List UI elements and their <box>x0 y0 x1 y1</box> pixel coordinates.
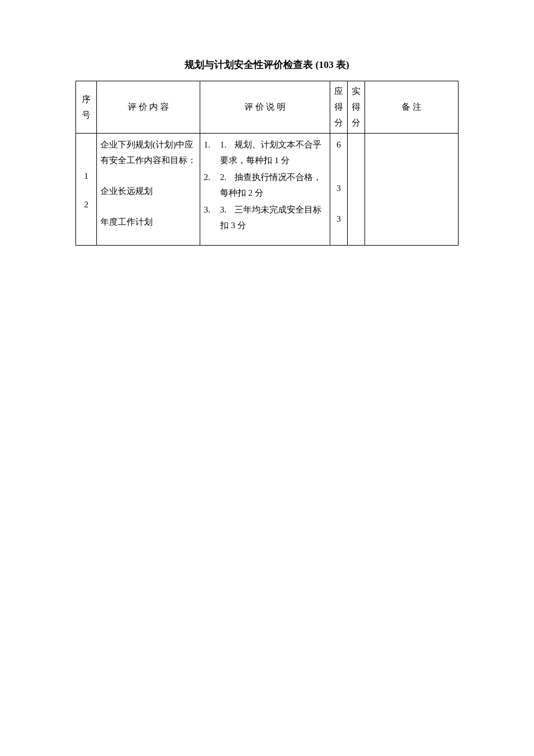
header-shi: 实得分 <box>348 81 365 134</box>
header-seq: 序号 <box>76 81 97 134</box>
cell-seq: 1 2 <box>76 134 97 246</box>
cell-content: 企业下列规划(计划)中应有安全工作内容和目标： 企业长远规划 年度工作计划 <box>97 134 200 246</box>
header-desc: 评 价 说 明 <box>200 81 330 134</box>
header-remark: 备 注 <box>365 81 459 134</box>
page-title: 规划与计划安全性评价检查表 (103 表) <box>75 58 459 71</box>
header-content: 评 价 内 容 <box>97 81 200 134</box>
cell-remark <box>365 134 459 246</box>
cell-yingde: 6 3 3 <box>330 134 348 246</box>
cell-desc: 1.1.规划、计划文本不合乎要求，每种扣 1 分2.2.抽查执行情况不合格，每种… <box>200 134 330 246</box>
header-ying: 应得分 <box>330 81 348 134</box>
cell-shide <box>348 134 365 246</box>
evaluation-table: 序号 评 价 内 容 评 价 说 明 应得分 实得分 备 注 <box>75 81 459 246</box>
